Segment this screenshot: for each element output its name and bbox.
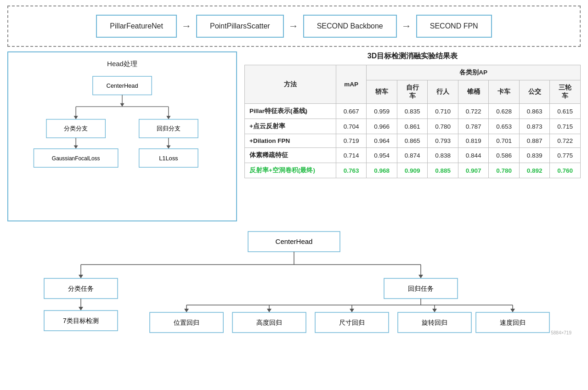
pipeline-box-second-backbone: SECOND Backbone <box>303 15 397 38</box>
pipeline-arrow-2: → <box>284 20 303 32</box>
cell-1-5: 0.873 <box>519 119 550 134</box>
svg-marker-16 <box>166 146 170 149</box>
svg-text:GaussianFocalLoss: GaussianFocalLoss <box>52 155 100 162</box>
svg-text:分类分支: 分类分支 <box>64 125 88 132</box>
head-diagram-svg: CenterHead 分类分支 回归分支 <box>17 72 228 173</box>
svg-marker-44 <box>267 309 271 312</box>
svg-text:回归任务: 回归任务 <box>408 285 434 292</box>
cell-1-2: 0.780 <box>428 119 458 134</box>
cell-2-3: 0.819 <box>458 134 489 148</box>
cat-6: 三轮车 <box>550 80 581 104</box>
cell-map-2: 0.719 <box>336 134 367 148</box>
cat-3: 锥桶 <box>458 80 489 104</box>
col-method: 方法 <box>245 65 336 104</box>
table-title: 3D目标检测消融实验结果表 <box>244 51 581 61</box>
svg-text:位置回归: 位置回归 <box>174 319 199 326</box>
cell-4-0: 0.968 <box>367 163 397 178</box>
svg-marker-52 <box>432 309 437 312</box>
cell-1-6: 0.715 <box>550 119 581 134</box>
table-row-3: 体素稀疏特征0.7140.9540.8740.8380.8440.5860.83… <box>245 148 581 163</box>
table-section: 3D目标检测消融实验结果表 方法 mAP 各类别AP 轿车 自行车 行人 锥桶 … <box>244 51 581 178</box>
cell-1-4: 0.653 <box>489 119 520 134</box>
cell-map-1: 0.704 <box>336 119 367 134</box>
cell-0-1: 0.835 <box>397 104 428 119</box>
svg-marker-56 <box>510 309 515 312</box>
svg-marker-26 <box>79 275 83 278</box>
svg-text:分类任务: 分类任务 <box>68 285 94 292</box>
cell-1-1: 0.861 <box>397 119 428 134</box>
cat-4: 卡车 <box>489 80 520 104</box>
middle-row: Head处理 CenterHead 分类分支 回归分支 <box>7 51 581 221</box>
svg-text:速度回归: 速度回归 <box>500 319 526 326</box>
cell-map-3: 0.714 <box>336 148 367 163</box>
svg-text:旋转回归: 旋转回归 <box>422 319 447 326</box>
cell-0-3: 0.722 <box>458 104 489 119</box>
cell-2-2: 0.793 <box>428 134 458 148</box>
cell-2-5: 0.887 <box>519 134 550 148</box>
cell-3-2: 0.838 <box>428 148 458 163</box>
cell-0-0: 0.959 <box>367 104 397 119</box>
cat-5: 公交 <box>519 80 550 104</box>
svg-marker-8 <box>166 116 170 119</box>
bottom-diagram-svg: CenterHead 分类任务 回归任务 7类目标检测 <box>7 227 581 337</box>
cat-0: 轿车 <box>367 80 397 104</box>
cell-4-1: 0.909 <box>397 163 428 178</box>
cell-method-2: +Dilation FPN <box>245 134 336 148</box>
pipeline-container: PillarFeatureNet → PointPillarsScatter →… <box>7 6 581 47</box>
bottom-diagram-section: CenterHead 分类任务 回归任务 7类目标检测 <box>7 227 581 337</box>
svg-text:高度回归: 高度回归 <box>256 319 282 326</box>
pipeline-arrow-1: → <box>177 20 196 32</box>
cell-3-4: 0.586 <box>489 148 520 163</box>
cell-0-6: 0.615 <box>550 104 581 119</box>
svg-text:尺寸回归: 尺寸回归 <box>339 319 365 326</box>
cell-map-0: 0.667 <box>336 104 367 119</box>
cell-4-3: 0.907 <box>458 163 489 178</box>
bottom-svg-container: CenterHead 分类任务 回归任务 7类目标检测 <box>7 227 581 337</box>
svg-marker-14 <box>74 146 78 149</box>
cell-method-4: 反射率+空洞卷积(最终) <box>245 163 336 178</box>
svg-marker-6 <box>74 116 78 119</box>
pipeline-box-second-fpn: SECOND FPN <box>416 15 492 38</box>
cell-4-2: 0.885 <box>428 163 458 178</box>
cell-3-6: 0.775 <box>550 148 581 163</box>
svg-text:CenterHead: CenterHead <box>106 82 138 89</box>
svg-text:L1Loss: L1Loss <box>159 155 178 162</box>
cell-2-6: 0.722 <box>550 134 581 148</box>
cell-2-4: 0.701 <box>489 134 520 148</box>
col-categories: 各类别AP <box>367 65 581 80</box>
cell-3-5: 0.839 <box>519 148 550 163</box>
cell-method-1: +点云反射率 <box>245 119 336 134</box>
cell-0-4: 0.628 <box>489 104 520 119</box>
svg-text:CenterHead: CenterHead <box>276 237 313 245</box>
svg-marker-3 <box>120 103 124 107</box>
table-row-1: +点云反射率0.7040.9660.8610.7800.7870.6530.87… <box>245 119 581 134</box>
pipeline-box-pillar-feature-net: PillarFeatureNet <box>96 15 177 38</box>
svg-marker-28 <box>418 275 423 278</box>
cell-1-0: 0.966 <box>367 119 397 134</box>
cell-2-0: 0.964 <box>367 134 397 148</box>
cell-4-4: 0.780 <box>489 163 520 178</box>
svg-text:回归分支: 回归分支 <box>157 125 181 132</box>
cell-map-4: 0.763 <box>336 163 367 178</box>
pipeline-box-point-pillars-scatter: PointPillarsScatter <box>196 15 284 38</box>
results-table: 方法 mAP 各类别AP 轿车 自行车 行人 锥桶 卡车 公交 三轮车 Pill… <box>244 65 581 178</box>
cell-0-2: 0.710 <box>428 104 458 119</box>
svg-text:7类目标检测: 7类目标检测 <box>63 317 99 324</box>
cell-method-3: 体素稀疏特征 <box>245 148 336 163</box>
svg-marker-48 <box>350 309 354 312</box>
head-diagram: Head处理 CenterHead 分类分支 回归分支 <box>7 51 237 221</box>
pipeline-arrow-3: → <box>397 20 416 32</box>
cell-4-5: 0.892 <box>519 163 550 178</box>
cell-3-1: 0.874 <box>397 148 428 163</box>
cell-4-6: 0.760 <box>550 163 581 178</box>
table-row-4: 反射率+空洞卷积(最终)0.7630.9680.9090.8850.9070.7… <box>245 163 581 178</box>
cell-method-0: Pillar特征表示(基线) <box>245 104 336 119</box>
cat-2: 行人 <box>428 80 458 104</box>
cell-1-3: 0.787 <box>458 119 489 134</box>
cell-3-3: 0.844 <box>458 148 489 163</box>
cell-2-1: 0.865 <box>397 134 428 148</box>
cell-3-0: 0.954 <box>367 148 397 163</box>
cat-1: 自行车 <box>397 80 428 104</box>
footer-note: 5884×719 <box>551 330 571 335</box>
table-row-0: Pillar特征表示(基线)0.6670.9590.8350.7100.7220… <box>245 104 581 119</box>
